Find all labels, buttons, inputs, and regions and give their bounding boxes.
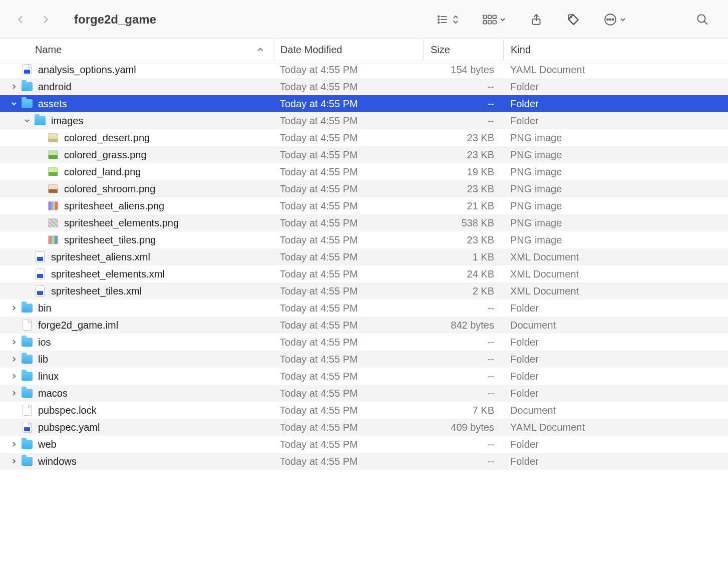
svg-rect-9 <box>483 21 486 24</box>
file-row[interactable]: macosToday at 4:55 PM--Folder <box>0 385 728 402</box>
file-row[interactable]: webToday at 4:55 PM--Folder <box>0 436 728 453</box>
share-button[interactable] <box>530 13 543 26</box>
file-row[interactable]: colored_grass.pngToday at 4:55 PM23 KBPN… <box>0 146 728 163</box>
chevron-up-icon <box>257 46 264 53</box>
column-header-name-label: Name <box>35 44 62 56</box>
cell-name: lib <box>0 351 273 368</box>
cell-kind: YAML Document <box>503 422 728 433</box>
file-row[interactable]: linuxToday at 4:55 PM--Folder <box>0 368 728 385</box>
cell-name: spritesheet_aliens.png <box>0 197 273 214</box>
more-button[interactable] <box>604 13 626 26</box>
file-row[interactable]: spritesheet_elements.pngToday at 4:55 PM… <box>0 214 728 231</box>
file-row[interactable]: forge2d_game.imlToday at 4:55 PM842 byte… <box>0 317 728 334</box>
svg-point-18 <box>612 19 614 20</box>
cell-name: web <box>0 436 273 453</box>
cell-size: 23 KB <box>423 183 503 195</box>
cell-date: Today at 4:55 PM <box>273 371 423 382</box>
cell-name: pubspec.lock <box>0 402 273 419</box>
column-header-kind-label: Kind <box>511 44 531 56</box>
column-header-name[interactable]: Name <box>0 44 273 56</box>
file-row[interactable]: imagesToday at 4:55 PM--Folder <box>0 112 728 129</box>
cell-kind: XML Document <box>503 285 728 297</box>
disclosure-arrow[interactable] <box>9 458 19 464</box>
cell-size: 154 bytes <box>423 64 503 76</box>
tag-icon <box>567 13 580 26</box>
column-headers: Name Date Modified Size Kind <box>0 39 728 61</box>
view-list-button[interactable] <box>436 14 459 26</box>
file-row[interactable]: colored_desert.pngToday at 4:55 PM23 KBP… <box>0 129 728 146</box>
cell-size: 1 KB <box>423 251 503 263</box>
disclosure-arrow[interactable] <box>9 305 19 311</box>
cell-kind: Folder <box>503 371 728 382</box>
file-row[interactable]: spritesheet_aliens.pngToday at 4:55 PM21… <box>0 197 728 214</box>
cell-size: 23 KB <box>423 132 503 144</box>
file-row[interactable]: analysis_options.yamlToday at 4:55 PM154… <box>0 61 728 78</box>
file-row[interactable]: binToday at 4:55 PM--Folder <box>0 300 728 317</box>
disclosure-arrow[interactable] <box>22 118 32 124</box>
folder-icon <box>22 457 33 466</box>
column-header-date-label: Date Modified <box>280 44 342 56</box>
cell-date: Today at 4:55 PM <box>273 303 423 314</box>
file-row[interactable]: colored_land.pngToday at 4:55 PM19 KBPNG… <box>0 163 728 180</box>
file-name: spritesheet_aliens.xml <box>51 251 150 263</box>
cell-kind: Folder <box>503 81 728 93</box>
cell-kind: Folder <box>503 98 728 110</box>
disclosure-arrow[interactable] <box>9 101 19 107</box>
file-name: pubspec.lock <box>38 405 97 416</box>
tags-button[interactable] <box>567 13 580 26</box>
file-row[interactable]: pubspec.yamlToday at 4:55 PM409 bytesYAM… <box>0 419 728 436</box>
file-row[interactable]: iosToday at 4:55 PM--Folder <box>0 334 728 351</box>
folder-icon <box>22 389 33 398</box>
file-name: colored_land.png <box>64 166 141 178</box>
cell-size: -- <box>423 371 503 382</box>
file-name: bin <box>38 303 52 314</box>
file-row[interactable]: spritesheet_elements.xmlToday at 4:55 PM… <box>0 265 728 282</box>
column-header-kind[interactable]: Kind <box>503 39 728 61</box>
cell-kind: Document <box>503 405 728 416</box>
cell-kind: PNG image <box>503 183 728 195</box>
column-header-size-label: Size <box>431 44 450 56</box>
cell-name: spritesheet_tiles.xml <box>0 282 273 300</box>
file-row[interactable]: spritesheet_tiles.xmlToday at 4:55 PM2 K… <box>0 282 728 300</box>
column-header-size[interactable]: Size <box>423 39 503 61</box>
group-button[interactable] <box>483 14 506 26</box>
search-button[interactable] <box>696 13 709 26</box>
file-row[interactable]: colored_shroom.pngToday at 4:55 PM23 KBP… <box>0 180 728 197</box>
image-thumbnail-icon <box>48 235 58 244</box>
file-row[interactable]: libToday at 4:55 PM--Folder <box>0 351 728 368</box>
file-row[interactable]: spritesheet_aliens.xmlToday at 4:55 PM1 … <box>0 248 728 265</box>
file-name: spritesheet_tiles.xml <box>51 285 142 297</box>
folder-icon <box>22 355 33 364</box>
column-header-date[interactable]: Date Modified <box>273 39 423 61</box>
cell-date: Today at 4:55 PM <box>273 234 423 246</box>
back-button[interactable] <box>15 14 26 25</box>
cell-name: spritesheet_aliens.xml <box>0 248 273 265</box>
file-name: spritesheet_elements.xml <box>51 268 165 280</box>
cell-date: Today at 4:55 PM <box>273 388 423 399</box>
file-name: ios <box>38 337 51 348</box>
cell-size: -- <box>423 354 503 365</box>
cell-date: Today at 4:55 PM <box>273 405 423 416</box>
file-row[interactable]: pubspec.lockToday at 4:55 PM7 KBDocument <box>0 402 728 419</box>
disclosure-arrow[interactable] <box>9 373 19 379</box>
image-thumbnail-icon <box>48 167 58 176</box>
folder-icon <box>22 372 33 381</box>
disclosure-arrow[interactable] <box>9 84 19 90</box>
cell-name: bin <box>0 300 273 317</box>
disclosure-arrow[interactable] <box>9 441 19 447</box>
forward-button[interactable] <box>40 14 51 25</box>
cell-name: colored_desert.png <box>0 129 273 146</box>
file-row[interactable]: assetsToday at 4:55 PM--Folder <box>0 95 728 112</box>
disclosure-arrow[interactable] <box>9 339 19 345</box>
cell-date: Today at 4:55 PM <box>273 166 423 178</box>
xml-file-icon <box>36 268 45 279</box>
cell-name: images <box>0 112 273 129</box>
disclosure-arrow[interactable] <box>9 390 19 396</box>
file-row[interactable]: spritesheet_tiles.pngToday at 4:55 PM23 … <box>0 231 728 248</box>
cell-size: -- <box>423 81 503 93</box>
window-title: forge2d_game <box>74 13 156 27</box>
file-row[interactable]: windowsToday at 4:55 PM--Folder <box>0 453 728 470</box>
file-row[interactable]: androidToday at 4:55 PM--Folder <box>0 78 728 95</box>
disclosure-arrow[interactable] <box>9 356 19 362</box>
cell-size: 7 KB <box>423 405 503 416</box>
